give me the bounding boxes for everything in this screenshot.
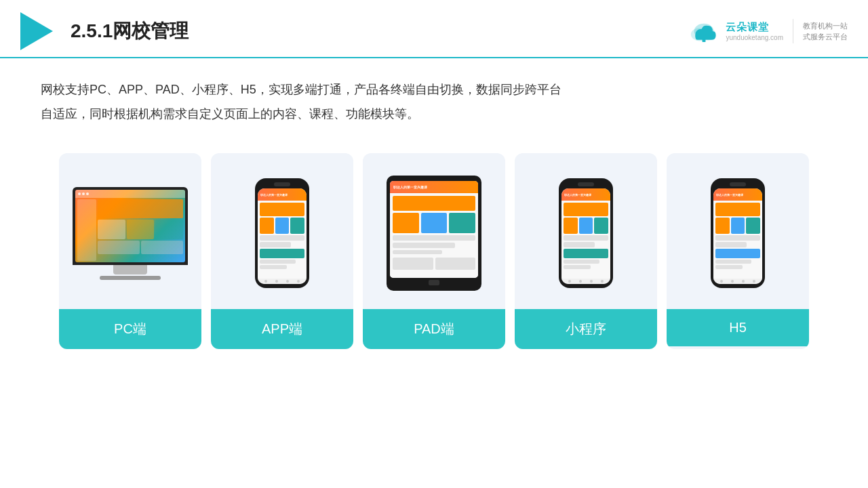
card-h5-image: 职达人的第一堂兴趣课: [667, 153, 809, 309]
svg-rect-4: [703, 40, 706, 42]
cards-container: PC端 职达人的第一堂兴趣课: [0, 133, 868, 363]
brand-name: 云朵课堂: [726, 21, 769, 34]
cloud-icon: [688, 19, 720, 43]
pc-mockup: [73, 187, 188, 280]
card-miniprogram: 职达人的第一堂兴趣课: [515, 153, 657, 349]
brand-url: yunduoketang.com: [726, 34, 783, 41]
card-app-label: APP端: [211, 309, 353, 349]
card-miniprogram-label: 小程序: [515, 309, 657, 349]
brand-text: 云朵课堂 yunduoketang.com: [726, 21, 783, 41]
header: 2.5.1网校管理 云朵课堂 yunduoketang.com 教育机构一站 式…: [0, 0, 868, 58]
card-pc: PC端: [59, 153, 201, 349]
card-h5: 职达人的第一堂兴趣课: [667, 153, 809, 349]
divider: [793, 19, 793, 43]
logo-icon: [20, 12, 53, 50]
header-left: 2.5.1网校管理: [20, 12, 189, 50]
card-miniprogram-image: 职达人的第一堂兴趣课: [515, 153, 657, 309]
card-app: 职达人的第一堂兴趣课: [211, 153, 353, 349]
description-text: 网校支持PC、APP、PAD、小程序、H5，实现多端打通，产品各终端自由切换，数…: [41, 83, 561, 121]
tablet-mockup: 职达人的第一堂兴趣课: [387, 176, 481, 291]
page-title: 2.5.1网校管理: [71, 18, 189, 44]
card-pad-label: PAD端: [363, 309, 505, 349]
phone-mockup-app: 职达人的第一堂兴趣课: [255, 178, 309, 288]
pc-screen: [73, 187, 188, 265]
phone-mockup-mini: 职达人的第一堂兴趣课: [559, 178, 613, 288]
card-h5-label: H5: [667, 309, 809, 346]
card-app-image: 职达人的第一堂兴趣课: [211, 153, 353, 309]
header-right: 云朵课堂 yunduoketang.com 教育机构一站 式服务云平台: [688, 19, 848, 43]
card-pc-image: [59, 153, 201, 309]
phone-mockup-h5: 职达人的第一堂兴趣课: [711, 178, 765, 288]
brand-slogan: 教育机构一站 式服务云平台: [803, 20, 848, 43]
card-pad-image: 职达人的第一堂兴趣课: [363, 153, 505, 309]
card-pad: 职达人的第一堂兴趣课: [363, 153, 505, 349]
brand-logo: [688, 19, 720, 43]
description: 网校支持PC、APP、PAD、小程序、H5，实现多端打通，产品各终端自由切换，数…: [0, 58, 610, 133]
card-pc-label: PC端: [59, 309, 201, 349]
